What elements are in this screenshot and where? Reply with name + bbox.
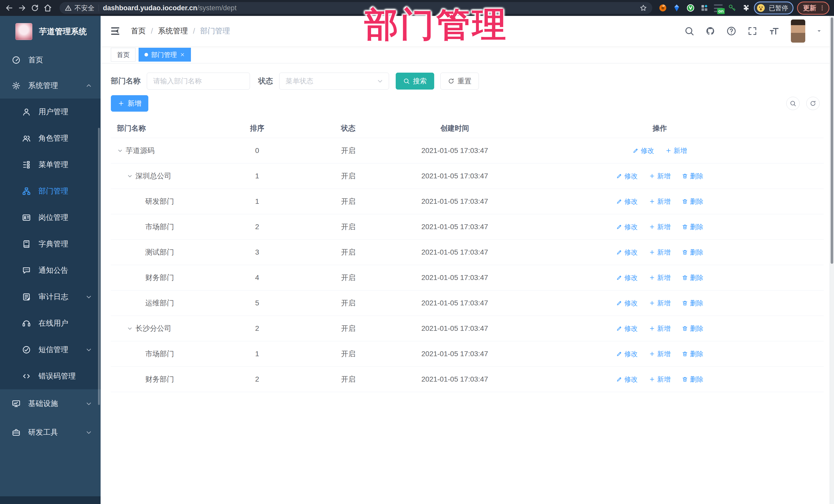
expand-arrow-slot[interactable] <box>136 223 145 230</box>
avatar-caret-icon[interactable] <box>816 28 822 34</box>
sidebar-item-error-code[interactable]: 错误码管理 <box>0 363 101 389</box>
expand-arrow-slot[interactable] <box>136 198 145 205</box>
add-link[interactable]: 新增 <box>649 324 671 333</box>
dept-name-cell: 测试部门 <box>111 247 232 257</box>
sidebar-item-role[interactable]: 角色管理 <box>0 125 101 151</box>
sidebar-scrollbar[interactable] <box>98 128 100 405</box>
edit-link[interactable]: 修改 <box>616 197 638 206</box>
sidebar-item-system[interactable]: 系统管理 <box>0 73 101 98</box>
edit-link[interactable]: 修改 <box>616 273 638 282</box>
tab-close-icon[interactable] <box>180 52 185 57</box>
extensions-puzzle-icon[interactable] <box>742 4 750 12</box>
sidebar-item-dict[interactable]: 字典管理 <box>0 231 101 257</box>
extension-green-icon[interactable] <box>686 4 695 12</box>
header-search-icon[interactable] <box>684 26 695 36</box>
delete-link[interactable]: 删除 <box>682 375 703 384</box>
bookmark-star-icon[interactable] <box>639 4 647 12</box>
expand-arrow-slot[interactable] <box>136 274 145 281</box>
tab-home[interactable]: 首页 <box>111 48 135 62</box>
forward-icon[interactable] <box>18 3 27 13</box>
add-link[interactable]: 新增 <box>649 248 671 257</box>
edit-link[interactable]: 修改 <box>616 299 638 308</box>
actions-cell: 修改新增删除 <box>496 273 824 282</box>
delete-link[interactable]: 删除 <box>682 324 703 333</box>
sidebar-item-dashboard[interactable]: 首页 <box>0 47 101 73</box>
github-icon[interactable] <box>705 26 716 36</box>
delete-link[interactable]: 删除 <box>682 273 703 282</box>
sidebar-item-devtool[interactable]: 研发工具 <box>0 418 101 447</box>
trash-icon <box>682 198 688 204</box>
delete-link[interactable]: 删除 <box>682 350 703 358</box>
sidebar-item-user[interactable]: 用户管理 <box>0 98 101 125</box>
show-search-toggle-button[interactable] <box>786 97 799 110</box>
address-bar[interactable]: 不安全 dashboard.yudao.iocoder.cn /system/d… <box>60 2 652 14</box>
browser-update-button[interactable]: 更新 <box>797 2 829 15</box>
sidebar-logo-row[interactable]: 芋道管理系统 <box>0 16 101 47</box>
reload-icon[interactable] <box>30 3 40 13</box>
edit-link[interactable]: 修改 <box>616 172 638 181</box>
extension-list-icon[interactable]: on <box>714 4 723 12</box>
add-link[interactable]: 新增 <box>649 350 671 358</box>
dept-name-input[interactable]: 请输入部门名称 <box>147 73 250 90</box>
expand-arrow-slot[interactable] <box>136 351 145 357</box>
extension-blue-pin-icon[interactable] <box>672 4 681 12</box>
browser-menu-icon[interactable] <box>819 5 826 11</box>
home-icon[interactable] <box>43 3 52 13</box>
security-label[interactable]: 不安全 <box>74 4 94 13</box>
expand-arrow-slot[interactable] <box>127 325 135 332</box>
sidebar-item-audit-log[interactable]: 审计日志 <box>0 284 101 310</box>
delete-link[interactable]: 删除 <box>682 172 703 181</box>
extension-orange-icon[interactable] <box>658 4 667 12</box>
edit-link[interactable]: 修改 <box>616 350 638 358</box>
hamburger-icon[interactable] <box>110 26 120 37</box>
expand-arrow-slot[interactable] <box>127 173 135 179</box>
edit-link[interactable]: 修改 <box>616 375 638 384</box>
add-link[interactable]: 新增 <box>665 146 687 155</box>
edit-link[interactable]: 修改 <box>616 248 638 257</box>
add-link[interactable]: 新增 <box>649 197 671 206</box>
font-size-icon[interactable] <box>768 26 780 36</box>
sidebar-item-menu[interactable]: 菜单管理 <box>0 151 101 178</box>
sidebar-item-post[interactable]: 岗位管理 <box>0 204 101 231</box>
sidebar-item-infra[interactable]: 基础设施 <box>0 389 101 418</box>
sidebar-item-online-user[interactable]: 在线用户 <box>0 310 101 336</box>
help-icon[interactable] <box>726 26 737 36</box>
expand-arrow-slot[interactable] <box>136 300 145 306</box>
page-scrollbar-thumb[interactable] <box>831 18 833 264</box>
expand-arrow-slot[interactable] <box>136 249 145 256</box>
edit-link[interactable]: 修改 <box>616 222 638 232</box>
headset-icon <box>22 319 31 328</box>
security-warning-icon[interactable] <box>65 4 72 12</box>
browser-profile-button[interactable]: 已暂停 <box>754 2 793 14</box>
add-link[interactable]: 新增 <box>649 222 671 232</box>
edit-link[interactable]: 修改 <box>616 324 638 333</box>
sidebar-item-dept[interactable]: 部门管理 <box>0 178 101 204</box>
expand-arrow-slot[interactable] <box>136 376 145 382</box>
delete-link[interactable]: 删除 <box>682 248 703 257</box>
expand-arrow-slot[interactable] <box>117 147 126 154</box>
status-select[interactable]: 菜单状态 <box>279 73 389 90</box>
delete-link[interactable]: 删除 <box>682 197 703 206</box>
extension-key-icon[interactable] <box>728 4 737 12</box>
breadcrumb-system[interactable]: 系统管理 <box>158 26 188 36</box>
reset-button[interactable]: 重置 <box>440 73 479 90</box>
delete-link[interactable]: 删除 <box>682 299 703 308</box>
refresh-table-button[interactable] <box>806 97 820 110</box>
fullscreen-icon[interactable] <box>747 26 758 36</box>
extension-grid-icon[interactable] <box>700 4 709 12</box>
breadcrumb-home[interactable]: 首页 <box>131 26 146 36</box>
add-link[interactable]: 新增 <box>649 273 671 282</box>
add-link[interactable]: 新增 <box>649 375 671 384</box>
add-button[interactable]: 新增 <box>111 95 148 112</box>
add-link[interactable]: 新增 <box>649 299 671 308</box>
delete-link[interactable]: 删除 <box>682 222 703 232</box>
sidebar-item-sms[interactable]: 短信管理 <box>0 336 101 363</box>
edit-link[interactable]: 修改 <box>633 146 654 155</box>
tab-dept[interactable]: 部门管理 <box>138 48 191 62</box>
back-icon[interactable] <box>5 3 14 13</box>
search-button[interactable]: 搜索 <box>396 73 434 90</box>
user-avatar[interactable] <box>791 20 805 43</box>
page-scrollbar[interactable] <box>830 16 834 504</box>
add-link[interactable]: 新增 <box>649 172 671 181</box>
sidebar-item-notice[interactable]: 通知公告 <box>0 257 101 284</box>
